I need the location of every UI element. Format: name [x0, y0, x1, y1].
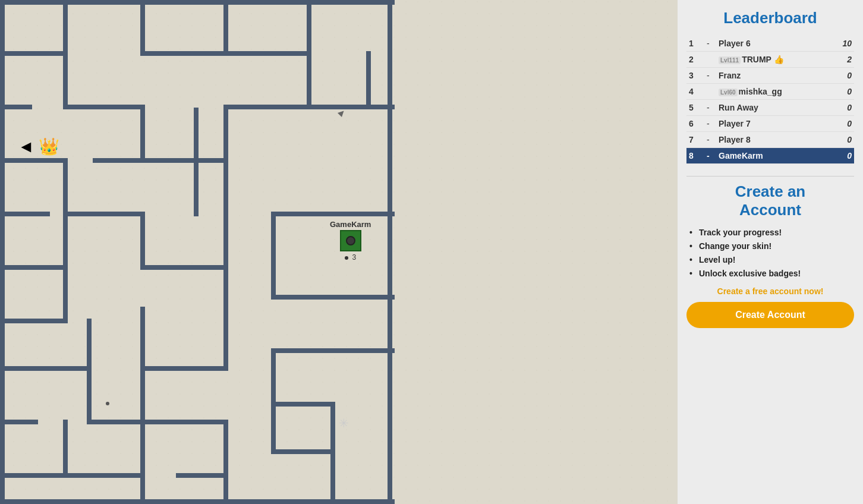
player-name-cell: Lvl60mishka_gg	[716, 84, 831, 100]
player-display-name: TRUMP 👍	[742, 55, 783, 64]
player-name-cell: Lvl111TRUMP 👍	[716, 52, 831, 68]
rank-cell: 4	[686, 84, 704, 100]
player-display-name: GameKarm	[719, 151, 763, 160]
player-character: GameKarm 3	[330, 220, 371, 262]
level-badge: Lvl111	[719, 56, 741, 64]
player-name-cell: Player 6	[716, 36, 831, 52]
player-name-cell: Franz	[716, 68, 831, 84]
free-account-promo-text: Create a free account now!	[686, 286, 854, 296]
benefits-list: Track your progress!Change your skin!Lev…	[686, 228, 854, 278]
leaderboard-row: 2Lvl111TRUMP 👍2	[686, 52, 854, 68]
score-dot-icon	[345, 256, 348, 260]
score-cell: 0	[831, 84, 854, 100]
player-display-name: Player 8	[719, 135, 751, 144]
rank-dash-cell	[704, 84, 716, 100]
create-account-title: Create an Account	[686, 182, 854, 219]
section-divider	[686, 176, 854, 177]
game-area: .wall { fill: none; stroke: #4a5a70; str…	[0, 0, 678, 504]
player-name-cell: Run Away	[716, 100, 831, 116]
player-display-name: Run Away	[719, 103, 758, 112]
rank-dash-cell: -	[704, 148, 716, 164]
player-display-name: Player 6	[719, 39, 751, 48]
leaderboard-title: Leaderboard	[686, 9, 854, 27]
player-score-display: 3	[345, 253, 356, 262]
score-cell: 10	[831, 36, 854, 52]
score-cell: 0	[831, 100, 854, 116]
benefit-item: Track your progress!	[689, 228, 854, 237]
player-name-cell: GameKarm	[716, 148, 831, 164]
level-badge: Lvl60	[719, 89, 738, 96]
collectible-dot	[106, 402, 109, 405]
player-name-cell: Player 7	[716, 116, 831, 132]
rank-dash-cell: -	[704, 132, 716, 148]
right-panel: Leaderboard 1-Player 6102Lvl111TRUMP 👍23…	[678, 0, 863, 504]
rank-dash-cell: -	[704, 68, 716, 84]
leaderboard-row: 6-Player 70	[686, 116, 854, 132]
benefit-item: Level up!	[689, 255, 854, 264]
player-name-label: GameKarm	[330, 220, 371, 229]
leaderboard-row: 7-Player 80	[686, 132, 854, 148]
create-account-button[interactable]: Create Account	[686, 302, 854, 328]
create-account-title-line1: Create an	[735, 182, 806, 200]
player-display-name: mishka_gg	[739, 87, 782, 96]
rank-cell: 1	[686, 36, 704, 52]
rank-cell: 3	[686, 68, 704, 84]
player-name-cell: Player 8	[716, 132, 831, 148]
leaderboard-row: 8-GameKarm0	[686, 148, 854, 164]
leaderboard-table: 1-Player 6102Lvl111TRUMP 👍23-Franz04Lvl6…	[686, 36, 854, 164]
rank-dash-cell: -	[704, 36, 716, 52]
rank-cell: 6	[686, 116, 704, 132]
benefit-item: Change your skin!	[689, 241, 854, 251]
player-display-name: Franz	[719, 71, 741, 80]
rank-cell: 7	[686, 132, 704, 148]
rank-dash-cell: -	[704, 116, 716, 132]
benefit-item: Unlock exclusive badges!	[689, 269, 854, 278]
score-cell: 0	[831, 148, 854, 164]
leaderboard-row: 4Lvl60mishka_gg0	[686, 84, 854, 100]
leaderboard-row: 3-Franz0	[686, 68, 854, 84]
player-body	[340, 230, 361, 251]
leaderboard-row: 5-Run Away0	[686, 100, 854, 116]
rank-cell: 2	[686, 52, 704, 68]
score-cell: 0	[831, 132, 854, 148]
rank-dash-cell: -	[704, 100, 716, 116]
score-cell: 0	[831, 116, 854, 132]
player-display-name: Player 7	[719, 119, 751, 128]
create-account-title-line2: Account	[739, 201, 801, 219]
rank-cell: 8	[686, 148, 704, 164]
rank-dash-cell	[704, 52, 716, 68]
leaderboard-row: 1-Player 610	[686, 36, 854, 52]
starburst-effect: ✳	[339, 416, 349, 430]
score-value: 3	[352, 253, 357, 262]
score-cell: 2	[831, 52, 854, 68]
rank-cell: 5	[686, 100, 704, 116]
crown-player-indicator: ◄ 👑	[18, 137, 60, 156]
score-cell: 0	[831, 68, 854, 84]
player-gun	[346, 236, 355, 245]
